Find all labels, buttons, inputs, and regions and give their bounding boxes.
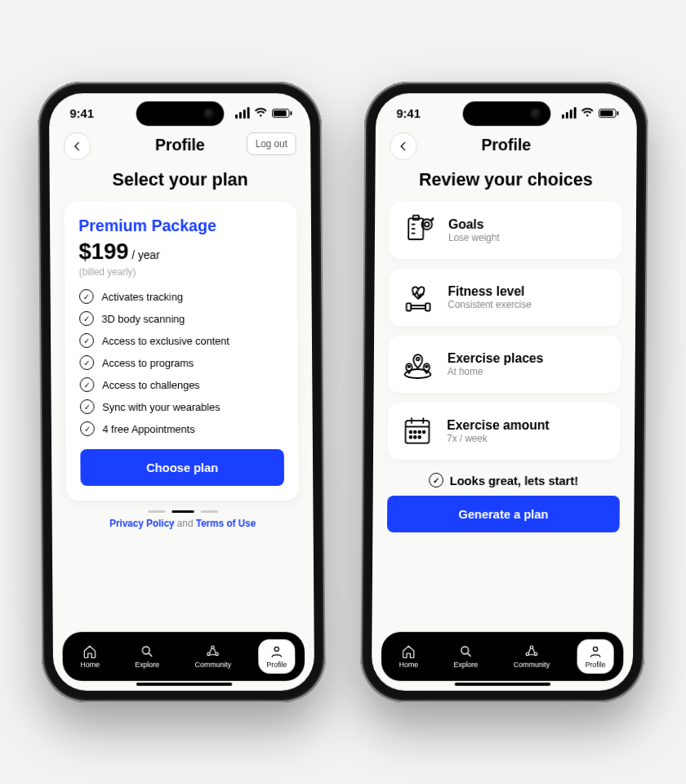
plan-feature: ✓3D body scanning — [79, 311, 283, 326]
plan-feature: ✓Access to exclusive content — [79, 333, 283, 348]
device-notch — [136, 101, 224, 126]
plan-billing-note: (billed yearly) — [79, 266, 283, 278]
svg-point-4 — [274, 647, 278, 651]
back-button[interactable] — [64, 132, 91, 160]
profile-icon — [588, 644, 603, 659]
arrow-left-icon — [72, 140, 83, 152]
review-item-subtitle: Lose weight — [448, 232, 500, 243]
wifi-icon — [254, 108, 267, 118]
check-icon: ✓ — [79, 333, 94, 348]
confirm-row: ✓ Looks great, lets start! — [387, 473, 620, 488]
bottom-nav: Home Explore Community Profile — [62, 632, 305, 681]
page-dot-active[interactable] — [172, 510, 194, 513]
nav-tab-explore[interactable]: Explore — [446, 639, 487, 674]
confirm-label: Looks great, lets start! — [450, 473, 578, 487]
svg-point-18 — [418, 431, 421, 434]
check-icon: ✓ — [79, 355, 94, 370]
plan-period: / year — [131, 248, 159, 261]
review-item-fitness-level[interactable]: Fitness level Consistent exercise — [389, 269, 621, 326]
plan-name: Premium Package — [78, 216, 283, 235]
nav-tab-community[interactable]: Community — [506, 639, 558, 674]
review-item-subtitle: Consistent exercise — [448, 299, 532, 310]
check-icon: ✓ — [79, 289, 94, 304]
svg-point-20 — [410, 436, 412, 439]
device-notch — [462, 101, 550, 126]
check-icon: ✓ — [429, 473, 443, 488]
bottom-nav: Home Explore Community Profile — [381, 632, 624, 681]
page-title: Profile — [155, 136, 205, 154]
generate-plan-button[interactable]: Generate a plan — [387, 496, 620, 532]
review-item-subtitle: 7x / week — [447, 433, 549, 444]
community-icon — [206, 644, 220, 659]
nav-tab-home[interactable]: Home — [72, 639, 107, 674]
nav-tab-home[interactable]: Home — [391, 639, 426, 674]
nav-tab-explore[interactable]: Explore — [127, 639, 167, 674]
wifi-icon — [581, 108, 594, 118]
svg-rect-11 — [411, 305, 425, 309]
svg-point-1 — [212, 646, 214, 648]
svg-point-21 — [414, 436, 416, 439]
check-icon: ✓ — [79, 311, 94, 326]
page-dot[interactable] — [200, 510, 218, 513]
home-icon — [82, 644, 97, 659]
search-icon — [459, 644, 474, 659]
nav-tab-profile[interactable]: Profile — [577, 639, 614, 674]
plan-feature-list: ✓Activates tracking ✓3D body scanning ✓A… — [79, 289, 284, 436]
svg-point-3 — [216, 653, 218, 655]
review-item-title: Exercise places — [448, 351, 544, 366]
community-icon — [524, 644, 539, 659]
nav-tab-profile[interactable]: Profile — [258, 639, 295, 674]
section-title: Select your plan — [64, 169, 296, 190]
battery-icon — [599, 109, 617, 118]
cellular-icon — [562, 107, 577, 118]
svg-point-27 — [594, 647, 598, 651]
home-icon — [402, 644, 416, 659]
terms-of-use-link[interactable]: Terms of Use — [196, 518, 256, 529]
review-item-title: Exercise amount — [447, 418, 549, 433]
svg-rect-6 — [413, 216, 419, 220]
search-icon — [140, 644, 154, 659]
nav-tab-community[interactable]: Community — [187, 639, 239, 674]
check-icon: ✓ — [80, 399, 95, 414]
phone-mockup-plan: 9:41 Profile Log out Select your plan — [38, 82, 326, 702]
plan-card: Premium Package $199 / year (billed year… — [64, 202, 298, 501]
svg-point-25 — [526, 653, 528, 655]
legal-links: Privacy Policy and Terms of Use — [66, 518, 299, 529]
arrow-left-icon — [398, 140, 409, 152]
page-indicator — [66, 510, 299, 513]
profile-icon — [270, 644, 284, 659]
svg-point-17 — [414, 431, 416, 434]
calendar-icon — [399, 412, 435, 450]
goals-icon — [400, 212, 437, 249]
choose-plan-button[interactable]: Choose plan — [80, 449, 284, 486]
plan-feature: ✓Activates tracking — [79, 289, 283, 304]
svg-point-14 — [425, 366, 427, 368]
page-dot[interactable] — [148, 510, 166, 513]
svg-point-12 — [416, 358, 420, 361]
svg-point-22 — [418, 436, 421, 439]
status-time: 9:41 — [69, 106, 93, 120]
review-item-exercise-places[interactable]: Exercise places At home — [388, 336, 621, 393]
status-time: 9:41 — [396, 106, 420, 120]
plan-price: $199 — [78, 238, 128, 265]
svg-point-19 — [423, 431, 425, 434]
review-item-goals[interactable]: Goals Lose weight — [389, 202, 621, 259]
check-icon: ✓ — [80, 421, 95, 436]
svg-point-16 — [410, 431, 412, 434]
check-icon: ✓ — [80, 377, 95, 392]
svg-point-23 — [461, 647, 469, 654]
location-icon — [399, 345, 436, 383]
page-header: Profile — [376, 132, 637, 164]
svg-point-24 — [530, 646, 532, 648]
plan-feature: ✓Access to challenges — [80, 377, 284, 392]
svg-point-0 — [142, 647, 149, 654]
page-title: Profile — [481, 136, 531, 154]
cellular-icon — [235, 107, 250, 118]
plan-feature: ✓Sync with your wearables — [80, 399, 284, 414]
review-item-title: Goals — [448, 217, 500, 232]
svg-point-13 — [408, 366, 410, 368]
privacy-policy-link[interactable]: Privacy Policy — [109, 518, 175, 529]
plan-price-row: $199 / year — [78, 238, 283, 265]
review-item-exercise-amount[interactable]: Exercise amount 7x / week — [388, 403, 621, 460]
fitness-icon — [400, 278, 437, 316]
